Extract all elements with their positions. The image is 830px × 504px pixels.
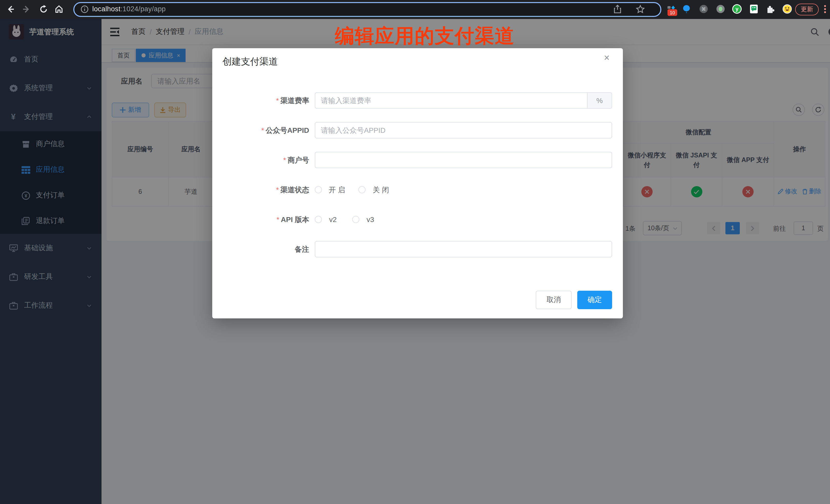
required-mark: * — [261, 126, 264, 134]
field-label-appid: *公众号APPID — [212, 126, 309, 135]
back-icon[interactable] — [6, 5, 15, 14]
api-v3-radio[interactable] — [352, 216, 359, 223]
extension-y-icon[interactable]: y — [732, 4, 742, 14]
browser-update-label: 更新 — [801, 5, 813, 14]
create-channel-dialog: 创建支付渠道 × *渠道费率 % *公众号APPID *商户号 *渠道状态 开启… — [212, 48, 623, 318]
field-label-status: *渠道状态 — [212, 186, 309, 195]
browser-update-button[interactable]: 更新 — [795, 4, 819, 15]
api-v3-label[interactable]: v3 — [366, 215, 374, 224]
status-off-radio[interactable] — [358, 186, 365, 193]
required-mark: * — [276, 186, 279, 194]
merchant-input[interactable] — [315, 152, 612, 168]
browser-chrome: localhost:1024/pay/app 10 ⌘ y 更新 ••• — [0, 0, 830, 19]
forward-icon[interactable] — [22, 5, 31, 14]
required-mark: * — [276, 96, 279, 104]
remark-input[interactable] — [315, 241, 612, 257]
extension-emoji-icon[interactable] — [782, 4, 792, 14]
field-label-text: 备注 — [295, 245, 309, 253]
share-icon[interactable] — [613, 5, 622, 14]
status-on-label[interactable]: 开启 — [329, 186, 347, 195]
field-label-remark: 备注 — [212, 245, 309, 254]
cancel-label: 取消 — [546, 295, 561, 305]
field-label-text: 渠道状态 — [280, 186, 309, 194]
field-label-text: 渠道费率 — [280, 96, 309, 104]
field-label-text: 公众号APPID — [265, 126, 309, 134]
cancel-button[interactable]: 取消 — [536, 291, 572, 309]
confirm-label: 确定 — [587, 295, 602, 305]
field-label-text: 商户号 — [288, 156, 309, 164]
extension-puzzle-icon[interactable] — [766, 5, 775, 13]
confirm-button[interactable]: 确定 — [577, 291, 612, 309]
extension-badge: 10 — [668, 9, 677, 16]
required-mark: * — [283, 156, 286, 164]
annotation-text: 编辑应用的支付渠道 — [335, 23, 515, 49]
required-mark: * — [277, 215, 279, 224]
svg-text:y: y — [735, 6, 738, 12]
dialog-close-icon[interactable]: × — [604, 52, 610, 64]
home-icon[interactable] — [54, 5, 64, 14]
field-label-merchant: *商户号 — [212, 156, 309, 165]
svg-text:⌘: ⌘ — [701, 7, 706, 12]
reload-icon[interactable] — [39, 5, 48, 14]
dialog-title: 创建支付渠道 — [223, 55, 278, 68]
url-path: :1024/pay/app — [121, 5, 166, 13]
url-host: localhost — [92, 5, 121, 13]
rate-suffix: % — [587, 92, 612, 109]
url-text: localhost:1024/pay/app — [92, 5, 166, 13]
rate-input[interactable] — [315, 92, 587, 109]
api-v2-radio[interactable] — [315, 216, 322, 223]
field-label-rate: *渠道费率 — [212, 96, 309, 106]
extension-balloon-icon[interactable] — [682, 5, 691, 14]
field-label-text: API 版本 — [281, 215, 309, 224]
extension-chat-icon[interactable] — [749, 4, 758, 14]
screen: localhost:1024/pay/app 10 ⌘ y 更新 ••• 芋道管… — [0, 0, 830, 504]
api-v2-label[interactable]: v2 — [329, 215, 337, 224]
appid-input[interactable] — [315, 122, 612, 138]
status-off-label[interactable]: 关闭 — [373, 186, 391, 195]
extension-green-dot-icon[interactable] — [716, 5, 725, 13]
extension-command-icon[interactable]: ⌘ — [699, 5, 708, 13]
field-label-api: *API 版本 — [212, 215, 309, 225]
site-info-icon[interactable] — [81, 5, 89, 13]
status-on-radio[interactable] — [315, 186, 322, 193]
bookmark-star-icon[interactable] — [636, 5, 645, 14]
browser-menu-icon[interactable]: ••• — [824, 5, 826, 14]
